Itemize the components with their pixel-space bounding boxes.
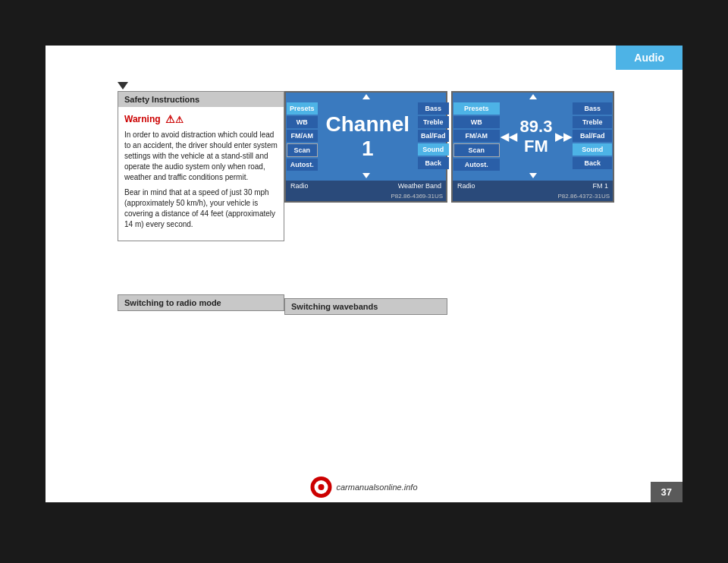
treble-button[interactable]: Treble: [418, 116, 449, 128]
autost-button[interactable]: Autost.: [287, 159, 318, 171]
wb-button[interactable]: WB: [287, 116, 318, 128]
freq-text: ◀◀ 89.3 FM ▶▶: [500, 117, 573, 156]
weather-band-screenshot: Presets WB FM/AM Scan Autost. Channel 1 …: [284, 91, 447, 203]
radio-left-buttons: Presets WB FM/AM Scan Autost.: [286, 102, 318, 171]
fm-autost-button[interactable]: Autost.: [453, 159, 500, 171]
fm-bass-button[interactable]: Bass: [573, 102, 612, 115]
watermark-text: carmanualsonline.info: [336, 483, 417, 492]
down-arrow-icon: [362, 173, 370, 178]
warning-icon: ⚠: [165, 113, 177, 125]
channel-display: Channel 1: [318, 105, 417, 168]
top-area: [286, 93, 446, 102]
page-number: 37: [651, 482, 682, 502]
bottom-area: [286, 171, 446, 181]
back-button-w[interactable]: Back: [418, 157, 449, 169]
fm-down-arrow-icon: [529, 173, 537, 178]
fm-treble-button[interactable]: Treble: [573, 116, 612, 128]
left-arrow-icon: ◀◀: [500, 131, 517, 143]
fm-part-number: P82.86-4372-31US: [453, 191, 613, 201]
fm-wb-button[interactable]: WB: [453, 116, 500, 128]
fm-fmam-button[interactable]: FM/AM: [453, 130, 500, 142]
right-arrow-icon: ▶▶: [555, 131, 572, 143]
audio-tab: Audio: [616, 46, 682, 70]
waveband-label: Weather Band: [398, 182, 441, 190]
safety-text-2: Bear in mind that at a speed of just 30 …: [124, 187, 278, 230]
sound-button-w[interactable]: Sound: [418, 143, 449, 156]
fm-right-buttons: Bass Treble Bal/Fad Sound Back: [572, 102, 613, 171]
fm-bottom-area: [453, 171, 613, 181]
watermark-icon-inner: [314, 480, 328, 494]
radio-sidebar: Presets WB FM/AM Scan Autost. Channel 1 …: [286, 102, 446, 171]
fm-sound-button[interactable]: Sound: [573, 143, 612, 156]
warning-label: Warning ⚠: [124, 113, 278, 125]
frequency-value: 89.3 FM: [520, 117, 553, 156]
page-number-label: 37: [661, 486, 672, 498]
balfad-button[interactable]: Bal/Fad: [418, 130, 449, 142]
fm-scan-button[interactable]: Scan: [453, 143, 500, 157]
radio-bottom-bar-w: Radio Weather Band: [286, 181, 446, 191]
audio-tab-label: Audio: [634, 52, 664, 64]
safety-header: Safety Instructions: [118, 92, 284, 107]
fmam-button[interactable]: FM/AM: [287, 130, 318, 142]
freq-display-wrap: ◀◀ 89.3 FM ▶▶: [500, 117, 573, 156]
bass-button[interactable]: Bass: [418, 102, 449, 115]
watermark-dot: [318, 484, 324, 490]
section-triangle: [118, 82, 128, 90]
part-number-w: P82.86-4369-31US: [286, 191, 446, 201]
fm-presets-button[interactable]: Presets: [453, 102, 500, 115]
fm-up-arrow-icon: [529, 94, 537, 99]
fm-back-button[interactable]: Back: [573, 157, 612, 169]
fm-radio-screenshot: Presets WB FM/AM Scan Autost. ◀◀ 89.3 FM…: [451, 91, 614, 203]
presets-button[interactable]: Presets: [287, 102, 318, 115]
up-arrow-icon: [362, 94, 370, 99]
fm-radio-ui: Presets WB FM/AM Scan Autost. ◀◀ 89.3 FM…: [453, 93, 613, 201]
weather-main-display: Channel 1: [318, 102, 417, 171]
fm-top-area: [453, 93, 613, 102]
scan-button[interactable]: Scan: [287, 143, 318, 157]
fm-radio-sidebar: Presets WB FM/AM Scan Autost. ◀◀ 89.3 FM…: [453, 102, 613, 171]
fm-bottom-bar: Radio FM 1: [453, 181, 613, 191]
fm-main-display: ◀◀ 89.3 FM ▶▶: [500, 102, 573, 171]
radio-label-w: Radio: [290, 182, 309, 190]
switching-wavebands-label: Switching wavebands: [284, 298, 447, 315]
fm-band-label: FM 1: [592, 182, 608, 190]
radio-right-buttons: Bass Treble Bal/Fad Sound Back: [417, 102, 450, 171]
watermark: carmanualsonline.info: [303, 473, 425, 501]
fm-left-buttons: Presets WB FM/AM Scan Autost.: [453, 102, 500, 171]
switching-radio-mode-label: Switching to radio mode: [118, 294, 284, 311]
weather-radio-ui: Presets WB FM/AM Scan Autost. Channel 1 …: [286, 93, 446, 201]
safety-text-1: In order to avoid distraction which coul…: [124, 130, 278, 183]
safety-instructions-box: Safety Instructions Warning ⚠ In order t…: [118, 91, 284, 241]
fm-radio-label: Radio: [457, 182, 475, 190]
fm-balfad-button[interactable]: Bal/Fad: [573, 130, 612, 142]
watermark-icon: [310, 477, 331, 498]
channel-text: Channel 1: [318, 105, 417, 168]
safety-body: Warning ⚠ In order to avoid distraction …: [118, 107, 284, 241]
